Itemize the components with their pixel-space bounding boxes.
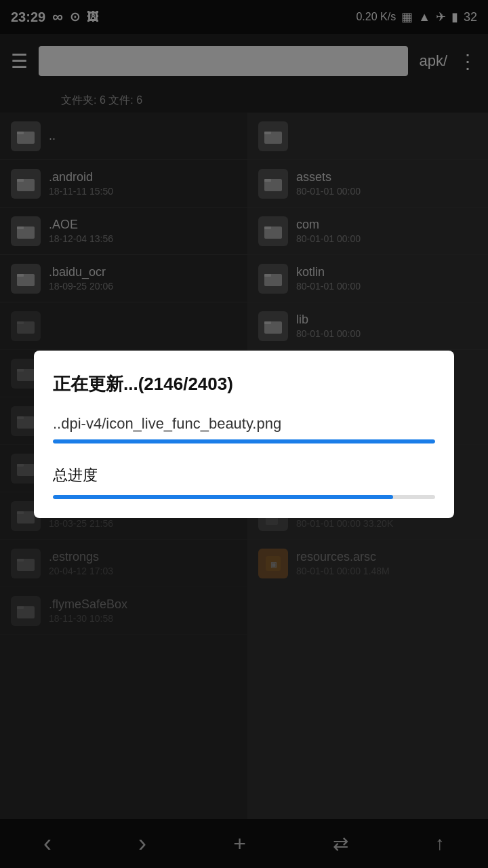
total-progress-bar-container [53,495,435,499]
dialog-current-file: ..dpi-v4/icon_live_func_beauty.png [53,415,435,433]
dialog-overlay: 正在更新...(2146/2403) ..dpi-v4/icon_live_fu… [0,0,488,868]
dialog-title: 正在更新...(2146/2403) [53,372,435,396]
progress-dialog: 正在更新...(2146/2403) ..dpi-v4/icon_live_fu… [34,351,454,518]
dialog-total-label: 总进度 [53,465,435,486]
total-progress-bar-fill [53,495,393,499]
current-progress-bar-fill [53,439,435,443]
current-progress-bar-container [53,439,435,443]
